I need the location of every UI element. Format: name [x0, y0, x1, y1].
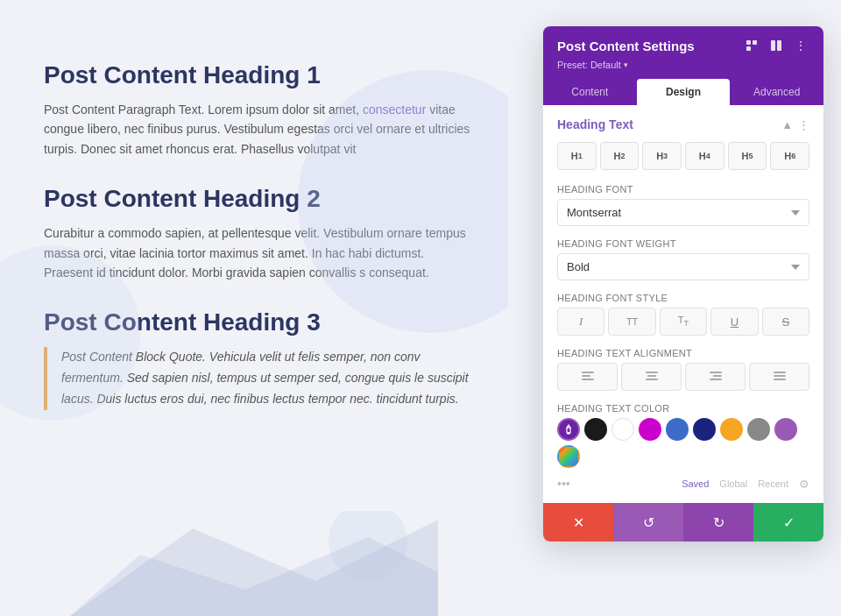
color-swatch-purple[interactable] [774, 418, 797, 441]
style-italic[interactable]: I [557, 308, 604, 336]
color-swatches [557, 418, 809, 468]
svg-rect-10 [582, 379, 594, 380]
section-header: Heading Text ▲ ⋮ [557, 117, 809, 131]
svg-rect-11 [646, 372, 658, 373]
confirm-button[interactable]: ✓ [753, 503, 823, 542]
color-tab-saved[interactable]: Saved [682, 478, 709, 489]
font-weight-select[interactable]: Bold Normal Light [557, 253, 809, 280]
style-strikethrough[interactable]: S [762, 308, 809, 336]
heading-size-h6[interactable]: H6 [770, 142, 809, 170]
svg-rect-9 [582, 375, 590, 377]
reset-button[interactable]: ↺ [613, 503, 683, 542]
font-weight-label: Heading Font Weight [557, 238, 809, 249]
panel-header-top: Post Content Settings ⋮ [557, 37, 809, 54]
svg-rect-17 [774, 372, 786, 373]
font-label: Heading Font [557, 184, 809, 195]
panel-header-icons: ⋮ [743, 37, 809, 54]
svg-rect-15 [713, 375, 722, 377]
color-swatch-dark-blue[interactable] [693, 418, 716, 441]
section-collapse-icon[interactable]: ▲ [781, 118, 793, 131]
settings-panel: Post Content Settings ⋮ Preset: Default … [543, 26, 823, 542]
panel-preset[interactable]: Preset: Default ▾ [557, 60, 809, 70]
color-swatch-magenta[interactable] [639, 418, 661, 441]
alignment-buttons [557, 363, 809, 391]
color-swatch-white[interactable] [611, 418, 634, 441]
bg-mountain [70, 511, 438, 616]
svg-rect-3 [746, 40, 751, 45]
style-capitalize[interactable]: TT [660, 308, 707, 336]
align-center[interactable] [621, 363, 682, 391]
panel-columns-icon[interactable] [767, 37, 785, 54]
section-icons: ▲ ⋮ [781, 118, 809, 131]
svg-rect-14 [710, 372, 722, 373]
panel-more-icon[interactable]: ⋮ [792, 37, 809, 54]
color-swatch-blue[interactable] [666, 418, 689, 441]
align-right[interactable] [685, 363, 746, 391]
color-label: Heading Text Color [557, 403, 809, 414]
color-more-icon[interactable]: ••• [557, 477, 570, 491]
font-select[interactable]: Montserrat Roboto Open Sans [557, 199, 809, 226]
color-tabs: ••• Saved Global Recent ⚙ [557, 477, 809, 491]
svg-rect-18 [774, 375, 786, 377]
section-title: Heading Text [557, 117, 633, 131]
font-style-label: Heading Font Style [557, 293, 809, 303]
color-swatch-gradient[interactable] [557, 445, 580, 468]
color-swatch-active[interactable] [557, 418, 580, 441]
align-left[interactable] [557, 363, 618, 391]
panel-resize-icon[interactable] [743, 37, 760, 54]
style-underline[interactable]: U [710, 308, 758, 336]
svg-rect-19 [774, 379, 786, 380]
heading-size-h5[interactable]: H5 [728, 142, 767, 170]
color-swatch-gray[interactable] [747, 418, 770, 441]
tab-content[interactable]: Content [543, 79, 637, 105]
svg-rect-8 [582, 372, 594, 373]
panel-header: Post Content Settings ⋮ Preset: Default … [543, 26, 823, 79]
svg-point-20 [569, 433, 569, 434]
cancel-button[interactable]: ✕ [543, 503, 613, 542]
color-settings-icon[interactable]: ⚙ [799, 478, 809, 491]
heading-size-h3[interactable]: H3 [642, 142, 682, 170]
color-swatch-yellow[interactable] [720, 418, 743, 441]
svg-rect-16 [710, 379, 722, 380]
svg-rect-6 [771, 40, 775, 51]
heading-size-buttons: H1 H2 H3 H4 H5 H6 [557, 142, 809, 170]
color-tab-global[interactable]: Global [719, 478, 747, 489]
heading-size-h2[interactable]: H2 [600, 142, 640, 170]
align-justify[interactable] [749, 363, 809, 391]
svg-rect-7 [777, 40, 781, 51]
alignment-label: Heading Text Alignment [557, 348, 809, 358]
action-bar: ✕ ↺ ↻ ✓ [543, 503, 823, 542]
panel-title: Post Content Settings [557, 39, 695, 53]
main-content-area: Post Content Heading 1 Post Content Para… [0, 0, 508, 616]
svg-rect-13 [646, 379, 658, 380]
svg-rect-4 [753, 40, 757, 45]
style-uppercase[interactable]: TT [608, 308, 655, 336]
heading-size-h1[interactable]: H1 [557, 142, 597, 170]
section-more-icon[interactable]: ⋮ [798, 118, 809, 131]
panel-body: Heading Text ▲ ⋮ H1 H2 H3 H4 H5 H6 Headi… [543, 105, 823, 503]
svg-rect-5 [746, 46, 751, 51]
redo-button[interactable]: ↻ [683, 503, 753, 542]
svg-rect-12 [647, 375, 656, 377]
color-tab-recent[interactable]: Recent [758, 478, 788, 489]
heading-size-h4[interactable]: H4 [685, 142, 724, 170]
color-swatch-black[interactable] [584, 418, 607, 441]
tab-advanced[interactable]: Advanced [730, 79, 823, 105]
font-style-buttons: I TT TT U S [557, 308, 809, 336]
panel-tabs: Content Design Advanced [543, 79, 823, 105]
tab-design[interactable]: Design [637, 79, 731, 105]
